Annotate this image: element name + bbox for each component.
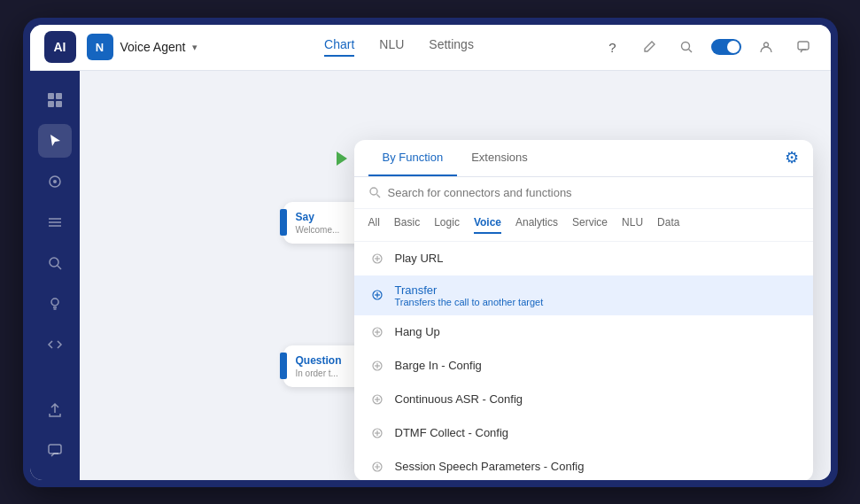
list-item-session-speech[interactable]: Session Speech Parameters - Config (354, 450, 813, 480)
agent-icon: N (87, 34, 113, 60)
filter-analytics[interactable]: Analytics (515, 216, 558, 234)
svg-rect-3 (798, 42, 809, 50)
search-icon (368, 186, 381, 198)
sidebar-item-bulb[interactable] (38, 287, 72, 321)
item-sub-transfer: Transfers the call to another target (395, 297, 544, 307)
sidebar-item-chat[interactable] (38, 434, 72, 468)
sidebar-item-cursor[interactable] (38, 124, 72, 158)
help-icon[interactable]: ? (600, 35, 624, 59)
filter-tabs: All Basic Logic Voice Analytics Service … (354, 209, 813, 242)
main-area: Start Say Welcome... W Question In orde (30, 71, 831, 480)
filter-voice[interactable]: Voice (474, 216, 501, 234)
canvas-area: Start Say Welcome... W Question In orde (80, 71, 831, 480)
agent-chevron-icon: ▾ (192, 42, 198, 53)
item-content: Play URL (395, 252, 444, 265)
svg-point-19 (370, 188, 377, 195)
nav-icons: ? (600, 35, 816, 59)
voice-icon-7 (368, 458, 386, 476)
list-item-hang-up[interactable]: Hang Up (354, 315, 813, 349)
svg-point-9 (53, 180, 57, 183)
screen: AI N Voice Agent ▾ Chart NLU Settings ? (30, 25, 831, 480)
svg-line-1 (689, 50, 693, 53)
svg-point-15 (51, 299, 58, 306)
user-icon[interactable] (754, 35, 779, 59)
sidebar-item-search[interactable] (38, 246, 72, 280)
item-label-asr: Continuous ASR - Config (395, 392, 523, 406)
search-input[interactable] (388, 186, 799, 199)
list-item-continuous-asr[interactable]: Continuous ASR - Config (354, 383, 813, 416)
node-tag-question (280, 353, 287, 379)
toggle-button[interactable] (711, 39, 741, 55)
svg-rect-4 (48, 93, 54, 99)
item-content-session: Session Speech Parameters - Config (395, 460, 585, 473)
list-item-barge-in[interactable]: Barge In - Config (354, 349, 813, 383)
voice-icon-4 (368, 357, 386, 375)
voice-icon-3 (368, 323, 386, 341)
start-arrow-icon (337, 151, 347, 166)
item-content-dtmf: DTMF Collect - Config (395, 426, 509, 439)
dropdown-panel: By Function Extensions ⚙ All Basic Logic (354, 140, 813, 480)
tab-settings[interactable]: Settings (429, 37, 474, 57)
agent-name: Voice Agent (120, 40, 186, 54)
filter-basic[interactable]: Basic (394, 216, 420, 234)
voice-icon (368, 250, 386, 268)
voice-icon-5 (368, 391, 386, 408)
svg-line-20 (376, 195, 380, 198)
sidebar-item-export[interactable] (38, 393, 72, 427)
svg-point-13 (50, 258, 58, 267)
svg-rect-7 (56, 101, 62, 107)
agent-selector[interactable]: N Voice Agent ▾ (87, 34, 198, 60)
brand-logo: AI (44, 31, 76, 63)
device-frame: AI N Voice Agent ▾ Chart NLU Settings ? (23, 18, 838, 487)
gear-icon[interactable]: ⚙ (785, 148, 799, 167)
list-item-dtmf[interactable]: DTMF Collect - Config (354, 416, 813, 450)
panel-search-bar (354, 177, 813, 209)
item-label-barge: Barge In - Config (395, 359, 482, 372)
svg-point-2 (764, 43, 769, 47)
svg-line-14 (58, 266, 61, 269)
item-label-hang: Hang Up (395, 325, 440, 338)
item-label-transfer: Transfer (395, 283, 544, 297)
sidebar-item-grid[interactable] (38, 83, 72, 117)
item-content-asr: Continuous ASR - Config (395, 392, 523, 406)
tab-chart[interactable]: Chart (324, 37, 354, 57)
filter-nlu[interactable]: NLU (622, 216, 643, 234)
item-label: Play URL (395, 252, 444, 265)
panel-list: Play URL Transfer Transfers the call to … (354, 242, 813, 480)
svg-rect-5 (56, 93, 62, 99)
item-label-dtmf: DTMF Collect - Config (395, 426, 509, 439)
panel-tabs: By Function Extensions ⚙ (354, 140, 813, 177)
top-nav: AI N Voice Agent ▾ Chart NLU Settings ? (30, 25, 831, 71)
panel-tab-extensions[interactable]: Extensions (457, 140, 542, 176)
filter-logic[interactable]: Logic (434, 216, 460, 234)
sidebar-item-group[interactable] (38, 165, 72, 198)
voice-icon-6 (368, 424, 386, 442)
voice-icon-2 (368, 286, 386, 304)
svg-point-0 (682, 43, 690, 50)
sidebar-item-list[interactable] (38, 205, 72, 239)
item-content-barge: Barge In - Config (395, 359, 482, 372)
item-content-selected: Transfer Transfers the call to another t… (395, 283, 544, 307)
search-icon[interactable] (674, 35, 699, 59)
sidebar (30, 71, 80, 480)
svg-rect-6 (48, 101, 54, 107)
list-item-play-url[interactable]: Play URL (354, 242, 813, 275)
filter-all[interactable]: All (368, 216, 380, 234)
messages-icon[interactable] (791, 35, 816, 59)
panel-tab-by-function[interactable]: By Function (368, 140, 458, 176)
sidebar-item-code[interactable] (38, 328, 72, 361)
edit-icon[interactable] (637, 35, 662, 59)
item-label-session: Session Speech Parameters - Config (395, 460, 585, 473)
node-tag-say (280, 209, 287, 236)
filter-service[interactable]: Service (572, 216, 608, 234)
tab-nlu[interactable]: NLU (379, 37, 404, 57)
svg-rect-18 (49, 445, 61, 454)
nav-tabs: Chart NLU Settings (324, 37, 474, 57)
list-item-transfer[interactable]: Transfer Transfers the call to another t… (354, 275, 813, 315)
item-content-hang: Hang Up (395, 325, 440, 338)
filter-data[interactable]: Data (657, 216, 679, 234)
